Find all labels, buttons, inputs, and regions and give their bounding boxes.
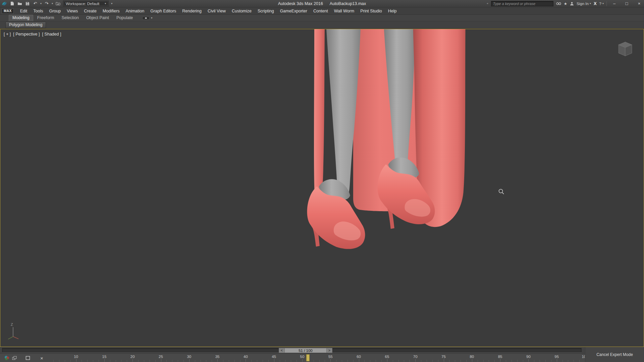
frame-label-20: 20 bbox=[130, 355, 135, 359]
menu-wall-worm[interactable]: Wall Worm bbox=[331, 7, 357, 14]
ruler-tick bbox=[483, 360, 484, 362]
ruler-tick bbox=[53, 360, 54, 362]
menu-print-studio[interactable]: Print Studio bbox=[357, 7, 385, 14]
time-slider-handle[interactable]: < 51 / 100 > bbox=[279, 348, 332, 353]
polygon-modeling-button[interactable]: Polygon Modeling bbox=[5, 22, 46, 28]
ribbon-tab-freeform[interactable]: Freeform bbox=[34, 15, 58, 21]
frame-label-55: 55 bbox=[328, 355, 333, 359]
ribbon-tab-modeling[interactable]: Modeling bbox=[9, 15, 33, 21]
search-expand-icon[interactable]: « bbox=[487, 2, 488, 5]
current-frame-label: 51 / 100 bbox=[285, 348, 326, 353]
ruler-tick bbox=[172, 360, 172, 362]
ruler-tick bbox=[410, 360, 410, 362]
ribbon-tab-object-paint[interactable]: Object Paint bbox=[83, 15, 112, 21]
close-button[interactable]: × bbox=[634, 0, 644, 7]
menu-tools[interactable]: Tools bbox=[30, 7, 46, 14]
ruler-tick bbox=[455, 360, 455, 362]
help-button[interactable]: ? ▾ bbox=[599, 2, 604, 6]
ruler-tick bbox=[82, 360, 82, 362]
ruler-tick bbox=[330, 359, 331, 362]
ruler-tick bbox=[489, 360, 489, 362]
menu-modifiers[interactable]: Modifiers bbox=[100, 7, 123, 14]
new-scene-icon[interactable] bbox=[9, 1, 15, 6]
viewport-general-menu[interactable]: [ + ] bbox=[4, 32, 11, 37]
menu-create[interactable]: Create bbox=[81, 7, 100, 14]
ruler-tick bbox=[444, 359, 444, 362]
viewport-perspective[interactable]: [ + ] [ Perspective ] [ Shaded ] bbox=[0, 29, 644, 347]
ruler-tick bbox=[512, 360, 512, 362]
ribbon-options[interactable]: ▾ bbox=[142, 16, 152, 21]
open-file-icon[interactable] bbox=[17, 1, 22, 6]
menu-content[interactable]: Content bbox=[310, 7, 331, 14]
frame-label-65: 65 bbox=[385, 355, 389, 359]
sign-in-button[interactable]: Sign In ▾ bbox=[577, 2, 591, 6]
ribbon-tabs: ModelingFreeformSelectionObject PaintPop… bbox=[9, 15, 136, 21]
ruler-tick bbox=[370, 360, 370, 362]
menu-gameexporter[interactable]: GameExporter bbox=[277, 7, 310, 14]
ruler-tick bbox=[404, 360, 404, 362]
workspace-dropdown[interactable]: Workspace: Default ▾ bbox=[63, 1, 109, 6]
menu-edit[interactable]: Edit bbox=[17, 7, 31, 14]
ruler-tick bbox=[223, 360, 223, 362]
search-input[interactable] bbox=[493, 2, 551, 6]
menu-civil-view[interactable]: Civil View bbox=[205, 7, 229, 14]
save-file-icon[interactable] bbox=[25, 1, 30, 6]
menu-scripting[interactable]: Scripting bbox=[255, 7, 277, 14]
menu-help[interactable]: Help bbox=[385, 7, 400, 14]
zoom-cursor-icon bbox=[498, 188, 505, 196]
menu-rendering[interactable]: Rendering bbox=[179, 7, 205, 14]
ruler-tick bbox=[466, 360, 467, 362]
window-maximize-icon[interactable] bbox=[25, 356, 30, 360]
viewcube[interactable] bbox=[616, 40, 635, 60]
maximize-button[interactable]: □ bbox=[622, 0, 632, 7]
workspace-label: Workspace: Default bbox=[66, 2, 99, 6]
ribbon-tab-populate[interactable]: Populate bbox=[113, 15, 136, 21]
quick-access-customize-icon[interactable]: ▾ bbox=[111, 2, 112, 5]
ruler-tick bbox=[359, 359, 359, 362]
track-bar[interactable]: 101520253035404550556065707580859095100 … bbox=[0, 354, 644, 362]
ruler-tick bbox=[178, 360, 178, 362]
application-menu-button[interactable]: MAX bbox=[2, 8, 14, 14]
ruler-tick bbox=[268, 360, 269, 362]
ruler-tick bbox=[121, 360, 121, 362]
current-frame-marker[interactable] bbox=[306, 354, 310, 361]
ruler-tick bbox=[189, 359, 190, 362]
menu-group[interactable]: Group bbox=[46, 7, 64, 14]
community-icon[interactable] bbox=[556, 2, 561, 5]
cancel-expert-mode-button[interactable]: Cancel Expert Mode bbox=[585, 347, 644, 362]
ruler-tick bbox=[534, 360, 534, 362]
frame-label-40: 40 bbox=[244, 355, 248, 359]
time-slider-track[interactable]: < 51 / 100 > bbox=[2, 348, 582, 352]
viewport-shading-menu[interactable]: [ Shaded ] bbox=[42, 32, 61, 37]
ruler-tick bbox=[562, 360, 563, 362]
undo-icon[interactable]: ↶ bbox=[33, 1, 38, 6]
ruler-tick bbox=[155, 360, 156, 362]
frame-label-45: 45 bbox=[272, 355, 276, 359]
ruler-tick bbox=[500, 359, 500, 362]
frame-label-25: 25 bbox=[159, 355, 163, 359]
undo-caret-icon[interactable]: ▾ bbox=[40, 2, 42, 5]
viewport-pov-menu[interactable]: [ Perspective ] bbox=[13, 32, 40, 37]
project-folder-icon[interactable] bbox=[55, 1, 61, 6]
frame-label-70: 70 bbox=[413, 355, 418, 359]
redo-caret-icon[interactable]: ▾ bbox=[52, 2, 53, 5]
exchange-x-icon[interactable]: X bbox=[594, 1, 597, 6]
menu-customize[interactable]: Customize bbox=[229, 7, 255, 14]
menu-views[interactable]: Views bbox=[64, 7, 81, 14]
status-close-icon[interactable]: × bbox=[40, 355, 43, 360]
menu-animation[interactable]: Animation bbox=[123, 7, 148, 14]
ruler-tick bbox=[336, 360, 336, 362]
redo-icon[interactable]: ↷ bbox=[44, 1, 49, 6]
colorful-app-icon[interactable] bbox=[4, 355, 10, 361]
previous-frame-button[interactable]: < bbox=[279, 348, 285, 353]
ribbon-tab-selection[interactable]: Selection bbox=[58, 15, 82, 21]
next-frame-button[interactable]: > bbox=[326, 348, 332, 353]
window-restore-icon[interactable] bbox=[12, 356, 17, 360]
menu-graph-editors[interactable]: Graph Editors bbox=[147, 7, 179, 14]
ruler-tick bbox=[110, 360, 110, 362]
favorites-star-icon[interactable]: ★ bbox=[564, 1, 567, 6]
user-avatar-icon[interactable] bbox=[570, 2, 574, 6]
minimize-button[interactable]: – bbox=[609, 0, 619, 7]
ruler-tick bbox=[574, 360, 574, 362]
ruler-tick bbox=[387, 359, 387, 362]
